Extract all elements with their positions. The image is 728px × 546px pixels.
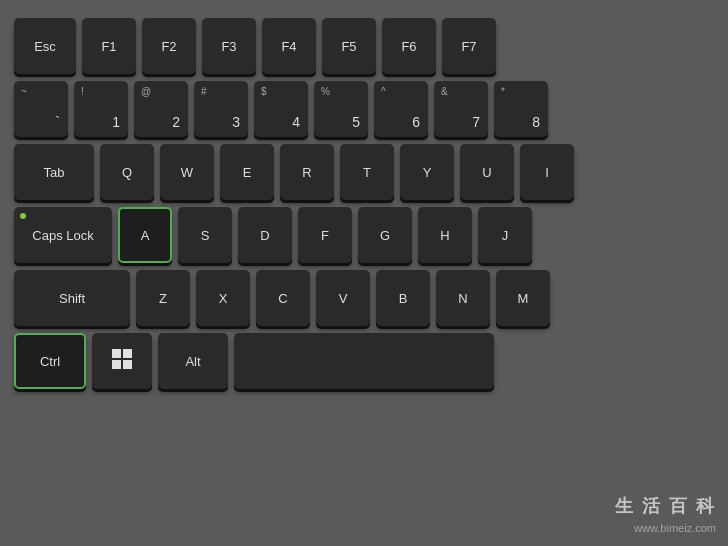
row-zxcv: Shift Z X C V B N M [14, 270, 714, 326]
svg-rect-0 [112, 349, 121, 358]
key-f5[interactable]: F5 [322, 18, 376, 74]
key-e[interactable]: E [220, 144, 274, 200]
key-y[interactable]: Y [400, 144, 454, 200]
key-win[interactable] [92, 333, 152, 389]
key-h[interactable]: H [418, 207, 472, 263]
key-backtick[interactable]: ~ ` [14, 81, 68, 137]
svg-rect-3 [123, 360, 132, 369]
key-f[interactable]: F [298, 207, 352, 263]
key-w[interactable]: W [160, 144, 214, 200]
key-n[interactable]: N [436, 270, 490, 326]
key-f6[interactable]: F6 [382, 18, 436, 74]
row-numbers: ~ ` ! 1 @ 2 # 3 $ 4 % 5 ^ 6 & 7 [14, 81, 714, 137]
key-q[interactable]: Q [100, 144, 154, 200]
key-1[interactable]: ! 1 [74, 81, 128, 137]
key-d[interactable]: D [238, 207, 292, 263]
win-icon [111, 348, 133, 375]
key-s[interactable]: S [178, 207, 232, 263]
svg-rect-2 [112, 360, 121, 369]
key-g[interactable]: G [358, 207, 412, 263]
key-f1[interactable]: F1 [82, 18, 136, 74]
key-c[interactable]: C [256, 270, 310, 326]
key-r[interactable]: R [280, 144, 334, 200]
key-7[interactable]: & 7 [434, 81, 488, 137]
key-8[interactable]: * 8 [494, 81, 548, 137]
key-6[interactable]: ^ 6 [374, 81, 428, 137]
row-asdf: Caps Lock A S D F G H J [14, 207, 714, 263]
key-ctrl[interactable]: Ctrl [14, 333, 86, 389]
key-v[interactable]: V [316, 270, 370, 326]
key-5[interactable]: % 5 [314, 81, 368, 137]
key-3[interactable]: # 3 [194, 81, 248, 137]
row-qwerty: Tab Q W E R T Y U I [14, 144, 714, 200]
key-capslock[interactable]: Caps Lock [14, 207, 112, 263]
key-4[interactable]: $ 4 [254, 81, 308, 137]
key-f3[interactable]: F3 [202, 18, 256, 74]
key-x[interactable]: X [196, 270, 250, 326]
key-alt[interactable]: Alt [158, 333, 228, 389]
key-b[interactable]: B [376, 270, 430, 326]
key-z[interactable]: Z [136, 270, 190, 326]
key-m[interactable]: M [496, 270, 550, 326]
key-j[interactable]: J [478, 207, 532, 263]
key-f7[interactable]: F7 [442, 18, 496, 74]
capslock-indicator [20, 213, 26, 219]
key-space[interactable] [234, 333, 494, 389]
key-esc[interactable]: Esc [14, 18, 76, 74]
watermark-zh: 生 活 百 科 [615, 493, 716, 520]
key-shift[interactable]: Shift [14, 270, 130, 326]
key-a[interactable]: A [118, 207, 172, 263]
keyboard-container: Esc F1 F2 F3 F4 F5 F6 F7 ~ ` ! 1 @ 2 # 3… [0, 0, 728, 546]
key-u[interactable]: U [460, 144, 514, 200]
row-fn: Esc F1 F2 F3 F4 F5 F6 F7 [14, 18, 714, 74]
watermark-site: www.bimeiz.com [615, 520, 716, 537]
key-t[interactable]: T [340, 144, 394, 200]
key-tab[interactable]: Tab [14, 144, 94, 200]
key-f4[interactable]: F4 [262, 18, 316, 74]
key-2[interactable]: @ 2 [134, 81, 188, 137]
key-i[interactable]: I [520, 144, 574, 200]
key-f2[interactable]: F2 [142, 18, 196, 74]
watermark: 生 活 百 科 www.bimeiz.com [615, 493, 716, 537]
svg-rect-1 [123, 349, 132, 358]
row-bottom: Ctrl Alt [14, 333, 714, 389]
